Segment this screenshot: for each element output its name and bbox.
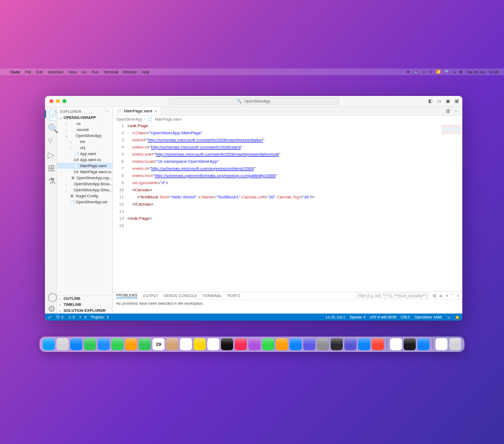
search-activity-icon[interactable]: 🔍 — [48, 123, 54, 130]
extensions-icon[interactable]: ⊞ — [48, 163, 54, 169]
test-icon[interactable]: ⚗ — [48, 176, 54, 183]
dock-app-podcasts[interactable] — [248, 338, 261, 350]
minimize-button[interactable] — [56, 99, 60, 103]
account-icon[interactable]: ◯ — [48, 292, 54, 298]
command-center[interactable]: 🔍 OpenSilverApp — [169, 98, 339, 105]
debug-console-tab[interactable]: DEBUG CONSOLE — [164, 294, 197, 298]
dock-app-finder[interactable] — [43, 338, 55, 350]
dock-app-facetime[interactable] — [139, 338, 151, 350]
dock-app-tool-c[interactable] — [372, 338, 384, 350]
dock-app-numbers[interactable] — [262, 338, 274, 350]
code-editor[interactable]: 123456789101112131415 <sdk:Page x:Class=… — [113, 122, 462, 292]
close-button[interactable] — [49, 99, 53, 103]
editor-more-icon[interactable]: ⋯ — [455, 109, 459, 113]
dock-app-screenshots[interactable] — [331, 338, 343, 350]
dock-app-trash[interactable] — [449, 338, 461, 350]
folder-opensilverapp[interactable]: ⌄OpenSilverApp — [57, 133, 112, 139]
folder-opensilverapp-simu-[interactable]: ›OpenSilverApp.Simu... — [57, 187, 112, 193]
collapse-icon[interactable]: ≡ — [446, 294, 448, 298]
volume-icon[interactable]: 🔉 — [414, 70, 419, 74]
menu-help[interactable]: Help — [141, 70, 149, 74]
folder-bin[interactable]: ›bin — [57, 139, 112, 145]
siri-icon[interactable]: ◐ — [460, 70, 463, 74]
filter-icon[interactable]: ☰ — [433, 294, 436, 298]
status-encoding[interactable]: UTF-8 with BOM — [370, 315, 396, 320]
menu-file[interactable]: File — [25, 70, 31, 74]
zoom-button[interactable] — [63, 99, 66, 103]
problems-tab[interactable]: PROBLEMS — [116, 293, 138, 298]
minimap[interactable] — [441, 124, 461, 134]
dock-app-notes[interactable] — [194, 338, 206, 350]
dock-app-maps[interactable] — [111, 338, 123, 350]
status-spaces[interactable]: Spaces: 4 — [349, 315, 365, 320]
terminal-tab[interactable]: TERMINAL — [203, 294, 222, 298]
menubar-time[interactable]: 14:28 — [489, 70, 499, 74]
dock-app-safari[interactable] — [70, 338, 82, 350]
file-app-xaml[interactable]: 📄App.xaml — [57, 151, 112, 157]
menu-terminal[interactable]: Terminal — [104, 70, 118, 74]
menu-view[interactable]: View — [69, 70, 77, 74]
file-opensilverapp-sln[interactable]: 📄OpenSilverApp.sln — [57, 199, 112, 205]
binoculars-icon[interactable]: 👁 — [406, 70, 410, 74]
layout-panel2-icon[interactable]: ▣ — [446, 99, 450, 104]
breadcrumb[interactable]: OpenSilverApp › 📄 MainPage.xaml — [113, 116, 462, 122]
dock-app-safari-tech[interactable] — [303, 338, 315, 350]
layout-panel-icon[interactable]: ◧ — [428, 99, 433, 104]
split-editor-icon[interactable]: ▥ — [446, 109, 450, 113]
menu-window[interactable]: Window — [123, 70, 137, 74]
problems-filter[interactable]: Filter (e.g. text, **/*.ts, !**/node_mod… — [355, 293, 429, 298]
dock-app-tool-b[interactable] — [358, 338, 370, 350]
feedback-icon[interactable]: ☺ — [447, 315, 451, 320]
bluetooth-icon[interactable]: ᛒ — [423, 70, 425, 74]
solution-explorer-section[interactable]: SOLUTION EXPLORER — [57, 308, 112, 314]
dock-app-pages[interactable] — [276, 338, 288, 350]
menubar-app-name[interactable]: Code — [10, 70, 20, 74]
menu-run[interactable]: Run — [92, 70, 99, 74]
run-debug-icon[interactable]: ▷ — [48, 150, 54, 156]
menu-edit[interactable]: Edit — [36, 70, 43, 74]
ports-tab[interactable]: PORTS — [228, 294, 241, 298]
close-panel-icon[interactable]: × — [457, 294, 459, 298]
clear-icon[interactable]: ⊘ — [439, 294, 443, 298]
layout-custom-icon[interactable]: ▦ — [455, 99, 459, 104]
status-lang[interactable]: OpenSilver XAML — [415, 315, 443, 320]
file-app-xaml-cs[interactable]: C#App.xaml.cs — [57, 157, 112, 163]
status-ports[interactable]: ᯤ 0 — [79, 315, 87, 319]
dock-app-downloads[interactable] — [435, 338, 448, 350]
file-nuget-config[interactable]: ⚙Nuget.Config — [57, 193, 112, 199]
folder-root[interactable]: OPENSILVERAPP — [57, 115, 112, 121]
file-opensilverapp-csp-[interactable]: ⚙OpenSilverApp.csp... — [57, 175, 112, 181]
dock-app-calendar[interactable]: 29 — [152, 338, 165, 350]
dock-app-contacts[interactable] — [166, 338, 178, 350]
status-warnings[interactable]: ⚠ 0 — [68, 315, 75, 320]
status-lncol[interactable]: Ln 15, Col 1 — [326, 315, 345, 320]
file-mainpage-xaml-cs[interactable]: C#MainPage.xaml.cs — [57, 169, 112, 175]
dock-app-tv[interactable] — [221, 338, 233, 350]
source-control-icon[interactable]: ⑂ — [48, 136, 54, 143]
close-tab-icon[interactable]: × — [155, 109, 157, 113]
settings-gear-icon[interactable]: ⚙ — [48, 304, 54, 310]
output-tab[interactable]: OUTPUT — [143, 294, 159, 298]
layout-sidebar-icon[interactable]: ▭ — [437, 99, 441, 104]
status-errors[interactable]: ⓧ 0 — [56, 315, 64, 320]
explorer-icon[interactable]: 📄 — [48, 110, 54, 117]
folder-obj[interactable]: ›obj — [57, 145, 112, 151]
breadcrumb-file[interactable]: MainPage.xaml — [155, 117, 181, 121]
dock-app-launchpad[interactable] — [56, 338, 69, 350]
wifi-icon[interactable]: 📶 — [436, 70, 441, 74]
status-eol[interactable]: CRLF — [401, 315, 410, 320]
dock-app-terminal[interactable] — [404, 338, 416, 350]
dock-app-mail[interactable] — [98, 338, 110, 350]
titlebar[interactable]: ← → 🔍 OpenSilverApp ◧ ▭ ▣ ▦ — [45, 96, 462, 107]
dock-app-freeform[interactable] — [207, 338, 219, 350]
status-projects[interactable]: Projects: 3 — [91, 315, 109, 319]
control-center-icon[interactable]: ⌾ — [454, 70, 456, 74]
tab-mainpage-xaml[interactable]: 📄 MainPage.xaml × — [113, 107, 161, 115]
spotlight-icon[interactable]: 🔍 — [445, 70, 450, 74]
file-mainpage-xaml[interactable]: 📄MainPage.xaml — [57, 163, 112, 169]
sidebar-more-icon[interactable]: ⋯ — [105, 109, 109, 113]
folder--vs[interactable]: ›.vs — [57, 121, 112, 127]
dock-app-chrome[interactable] — [390, 338, 402, 350]
maximize-panel-icon[interactable]: ˄ — [451, 294, 454, 298]
airdrop-icon[interactable]: ◎ — [429, 70, 432, 74]
